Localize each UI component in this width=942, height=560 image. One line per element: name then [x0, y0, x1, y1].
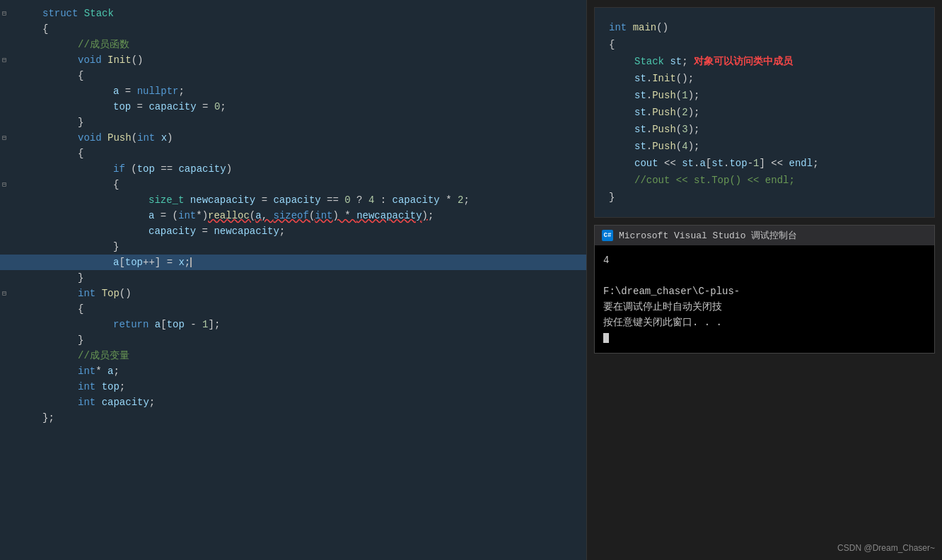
collapse-btn-1[interactable]: ⊟ [0, 9, 8, 18]
console-title-bar: C# Microsoft Visual Studio 调试控制台 [595, 226, 934, 245]
main-line-9: cout << st.a[st.top-1] << endl; [609, 155, 920, 172]
main-line-2: { [609, 36, 920, 53]
code-area: ⊟ struct Stack { //成员函数 ⊟ void Init() [0, 0, 586, 431]
code-editor-panel[interactable]: ⊟ struct Stack { //成员函数 ⊟ void Init() [0, 0, 587, 560]
collapse-btn-12[interactable]: ⊟ [0, 180, 8, 189]
code-line-21: return a[top - 1]; [0, 317, 586, 332]
console-title: Microsoft Visual Studio 调试控制台 [619, 229, 797, 242]
console-line-5: 按任意键关闭此窗口. . . [603, 315, 926, 330]
code-line-2: { [0, 21, 586, 37]
main-line-6: st.Push(2); [609, 104, 920, 121]
vs-icon: C# [602, 230, 613, 241]
code-line-4: ⊟ void Init() [0, 52, 586, 68]
console-line-3: F:\dream_chaser\C-plus- [603, 284, 926, 299]
code-line-8: } [0, 115, 586, 130]
code-line-22: } [0, 332, 586, 348]
main-line-1: int main() [609, 19, 920, 36]
right-panel: int main() { Stack st; 对象可以访问类中成员 st.Ini… [587, 0, 942, 560]
collapse-btn-4[interactable]: ⊟ [0, 56, 8, 64]
footer: CSDN @Dream_Chaser~ [594, 540, 935, 553]
code-line-1: ⊟ struct Stack [0, 6, 586, 21]
main-line-10: //cout << st.Top() << endl; [609, 172, 920, 189]
main-line-8: st.Push(4); [609, 138, 920, 155]
code-line-3: //成员函数 [0, 37, 586, 52]
code-line-5: { [0, 68, 586, 83]
console-line-2 [603, 268, 926, 284]
code-line-12: ⊟ { [0, 177, 586, 192]
code-line-14: a = (int*)realloc(a, sizeof(int) * newca… [0, 208, 586, 223]
code-line-15: capacity = newcapacity; [0, 223, 586, 239]
console-line-4: 要在调试停止时自动关闭技 [603, 299, 926, 315]
code-line-23: //成员变量 [0, 348, 586, 363]
code-line-19: ⊟ int Top() [0, 286, 586, 301]
main-line-11: } [609, 189, 920, 206]
console-line-1: 4 [603, 252, 926, 268]
main-code-box: int main() { Stack st; 对象可以访问类中成员 st.Ini… [594, 7, 935, 218]
code-line-17: a[top++] = x; [0, 255, 586, 270]
code-line-6: a = nullptr; [0, 83, 586, 99]
code-line-7: top = capacity = 0; [0, 99, 586, 115]
code-line-11: if (top == capacity) [0, 161, 586, 177]
main-line-5: st.Push(1); [609, 87, 920, 104]
code-line-13: size_t newcapacity = capacity == 0 ? 4 :… [0, 192, 586, 208]
code-line-24: int* a; [0, 363, 586, 379]
console-box: C# Microsoft Visual Studio 调试控制台 4 F:\dr… [594, 225, 935, 354]
code-line-27: }; [0, 410, 586, 426]
collapse-btn-9[interactable]: ⊟ [0, 134, 8, 142]
code-line-10: { [0, 146, 586, 161]
main-line-4: st.Init(); [609, 70, 920, 87]
console-body: 4 F:\dream_chaser\C-plus- 要在调试停止时自动关闭技 按… [595, 245, 934, 353]
code-line-16: } [0, 239, 586, 255]
collapse-btn-19[interactable]: ⊟ [0, 289, 8, 298]
console-cursor-line [603, 330, 926, 346]
console-cursor [603, 333, 609, 343]
code-line-20: { [0, 301, 586, 317]
code-line-25: int top; [0, 379, 586, 395]
code-line-9: ⊟ void Push(int x) [0, 130, 586, 146]
main-line-3: Stack st; 对象可以访问类中成员 [609, 53, 920, 70]
code-line-26: int capacity; [0, 395, 586, 410]
code-line-18: } [0, 270, 586, 286]
main-line-7: st.Push(3); [609, 121, 920, 138]
